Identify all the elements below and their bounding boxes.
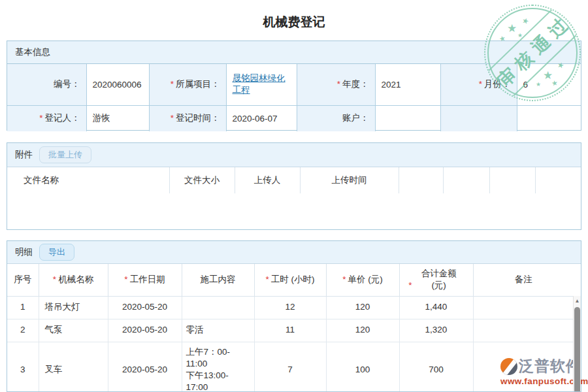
details-column-header: 施工内容 bbox=[182, 264, 254, 296]
attachments-column-header bbox=[399, 167, 443, 193]
export-button[interactable]: 导出 bbox=[39, 244, 74, 261]
basic-info-table: 编号： 2020060006 *所属项目： 晟铭园林绿化工程 *年度： 2021… bbox=[7, 64, 581, 131]
field-label-month: *月份： bbox=[440, 64, 517, 105]
details-title: 明细 bbox=[15, 246, 33, 258]
cell bbox=[473, 296, 574, 319]
attachments-column-header bbox=[443, 167, 489, 193]
attachments-column-header: 上传人 bbox=[235, 167, 300, 193]
field-label-year: *年度： bbox=[297, 64, 375, 105]
attachments-column-header: 文件大小 bbox=[169, 167, 235, 193]
cell: 11 bbox=[254, 319, 326, 342]
details-column-header: *合计金额 (元) bbox=[399, 264, 473, 296]
empty-cell bbox=[517, 105, 581, 131]
table-row[interactable]: 3叉车2020-05-20上午7：00-11:00 下午13:00-17:007… bbox=[7, 342, 574, 392]
attachments-column-header bbox=[489, 167, 535, 193]
attachments-column-header bbox=[535, 167, 581, 193]
attachments-column-header: 文件名称 bbox=[7, 167, 169, 193]
field-label-registrant: *登记人： bbox=[7, 105, 86, 131]
cell: 2020-05-20 bbox=[108, 342, 182, 392]
basic-info-header: 基本信息 bbox=[7, 41, 581, 64]
details-tbody: 1塔吊大灯2020-05-20121201,4402气泵2020-05-20零活… bbox=[7, 296, 574, 392]
details-column-header: *单价 (元) bbox=[326, 264, 399, 296]
details-header: 明细 导出 bbox=[7, 241, 581, 264]
attachments-header-row: 文件名称文件大小上传人上传时间 bbox=[7, 167, 581, 193]
cell: 2020-05-20 bbox=[108, 319, 182, 342]
attachments-title: 附件 bbox=[15, 149, 33, 161]
cell: 3 bbox=[7, 342, 39, 392]
cell: 1,440 bbox=[399, 296, 473, 319]
cell: 700 bbox=[399, 342, 473, 392]
vendor-brand: 泛普软件 bbox=[519, 356, 581, 376]
required-asterisk: * bbox=[342, 274, 346, 284]
attachments-section: 附件 批量上传 文件名称文件大小上传人上传时间 bbox=[7, 142, 581, 230]
empty-cell bbox=[440, 105, 517, 131]
field-value-number: 2020060006 bbox=[86, 64, 149, 105]
required-asterisk: * bbox=[408, 280, 412, 290]
details-table: 序号*机械名称*工作日期施工内容*工时 (小时)*单价 (元)*合计金额 (元)… bbox=[7, 264, 574, 392]
scroll-up-arrow[interactable]: ▲ bbox=[574, 296, 581, 306]
field-label-account: 账户： bbox=[297, 105, 375, 131]
cell: 12 bbox=[254, 296, 326, 319]
cell: 上午7：00-11:00 下午13:00-17:00 bbox=[182, 342, 254, 392]
field-value-project: 晟铭园林绿化工程 bbox=[226, 64, 297, 105]
basic-info-title: 基本信息 bbox=[15, 46, 50, 58]
field-value-year: 2021 bbox=[375, 64, 440, 105]
field-label-regdate: *登记时间： bbox=[149, 105, 226, 131]
cell: 2020-05-20 bbox=[108, 296, 182, 319]
attachments-table: 文件名称文件大小上传人上传时间 bbox=[7, 167, 581, 193]
details-section: 明细 导出 序号*机械名称*工作日期施工内容*工时 (小时)*单价 (元)*合计… bbox=[7, 240, 581, 392]
table-row[interactable]: 2气泵2020-05-20零活111201,320 bbox=[7, 319, 574, 342]
cell: 叉车 bbox=[39, 342, 108, 392]
cell: 零活 bbox=[182, 319, 254, 342]
cell: 2 bbox=[7, 319, 39, 342]
cell: 气泵 bbox=[39, 319, 108, 342]
star-icon: ★ bbox=[517, 33, 523, 39]
required-asterisk: * bbox=[265, 274, 269, 284]
field-value-registrant: 游恢 bbox=[86, 105, 149, 131]
field-label-number: 编号： bbox=[7, 64, 86, 105]
attachments-column-header: 上传时间 bbox=[300, 167, 399, 193]
cell: 塔吊大灯 bbox=[39, 296, 108, 319]
field-label-project: *所属项目： bbox=[149, 64, 226, 105]
page-title: 机械费登记 bbox=[0, 0, 588, 26]
attachments-header: 附件 批量上传 bbox=[7, 143, 581, 167]
cell: 120 bbox=[326, 319, 399, 342]
cell: 1,320 bbox=[399, 319, 473, 342]
field-value-regdate: 2020-06-07 bbox=[226, 105, 297, 131]
cell: 120 bbox=[326, 296, 399, 319]
required-asterisk: * bbox=[53, 274, 56, 284]
required-asterisk: * bbox=[124, 274, 127, 284]
details-column-header: 序号 bbox=[7, 264, 39, 296]
details-column-header: *机械名称 bbox=[39, 264, 108, 296]
cell: 100 bbox=[326, 342, 399, 392]
fanpu-logo-icon bbox=[500, 358, 517, 375]
details-column-header: *工作日期 bbox=[108, 264, 182, 296]
cell: 1 bbox=[7, 296, 39, 319]
cell bbox=[182, 296, 254, 319]
details-header-row: 序号*机械名称*工作日期施工内容*工时 (小时)*单价 (元)*合计金额 (元)… bbox=[7, 264, 574, 296]
table-row[interactable]: 1塔吊大灯2020-05-20121201,440 bbox=[7, 296, 574, 319]
cell: 7 bbox=[254, 342, 326, 392]
field-value-month: 6 bbox=[517, 64, 581, 105]
details-column-header: *工时 (小时) bbox=[254, 264, 326, 296]
cell bbox=[473, 319, 574, 342]
details-column-header: 备注 bbox=[473, 264, 574, 296]
basic-info-section: 基本信息 编号： 2020060006 *所属项目： 晟铭园林绿化工程 *年度：… bbox=[7, 41, 581, 131]
scrollbar-thumb[interactable] bbox=[574, 307, 580, 392]
project-link[interactable]: 晟铭园林绿化工程 bbox=[233, 73, 286, 95]
field-value-account bbox=[375, 105, 440, 131]
batch-upload-button[interactable]: 批量上传 bbox=[39, 146, 91, 164]
details-scrollbar[interactable]: ▲ bbox=[573, 296, 581, 391]
